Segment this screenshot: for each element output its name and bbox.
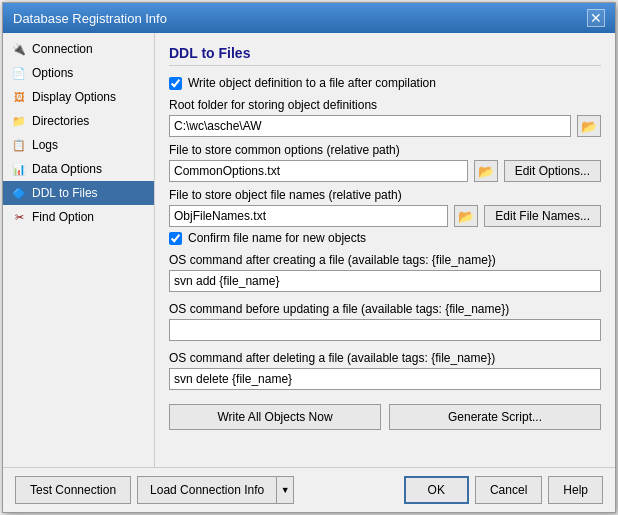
sidebar-item-connection[interactable]: 🔌 Connection <box>3 37 154 61</box>
root-folder-input[interactable] <box>169 115 571 137</box>
write-object-checkbox[interactable] <box>169 77 182 90</box>
edit-file-names-button[interactable]: Edit File Names... <box>484 205 601 227</box>
data-options-icon: 📊 <box>11 161 27 177</box>
ok-button[interactable]: OK <box>404 476 469 504</box>
os-cmd-after-create-label: OS command after creating a file (availa… <box>169 253 601 267</box>
database-registration-dialog: Database Registration Info ✕ 🔌 Connectio… <box>2 2 616 513</box>
confirm-label: Confirm file name for new objects <box>188 231 366 245</box>
help-button[interactable]: Help <box>548 476 603 504</box>
sidebar-item-ddl-to-files[interactable]: 🔷 DDL to Files <box>3 181 154 205</box>
sidebar-label-options: Options <box>32 66 73 80</box>
common-options-row: 📂 Edit Options... <box>169 160 601 182</box>
sidebar-label-ddl-to-files: DDL to Files <box>32 186 98 200</box>
write-object-label: Write object definition to a file after … <box>188 76 436 90</box>
confirm-row: Confirm file name for new objects <box>169 231 601 245</box>
sidebar-item-display-options[interactable]: 🖼 Display Options <box>3 85 154 109</box>
sidebar-label-logs: Logs <box>32 138 58 152</box>
close-button[interactable]: ✕ <box>587 9 605 27</box>
sidebar-label-display-options: Display Options <box>32 90 116 104</box>
panel-title: DDL to Files <box>169 45 601 66</box>
object-file-label: File to store object file names (relativ… <box>169 188 601 202</box>
sidebar-item-data-options[interactable]: 📊 Data Options <box>3 157 154 181</box>
test-connection-button[interactable]: Test Connection <box>15 476 131 504</box>
os-cmd-before-update-input[interactable] <box>169 319 601 341</box>
title-bar: Database Registration Info ✕ <box>3 3 615 33</box>
directories-icon: 📁 <box>11 113 27 129</box>
find-option-icon: ✂ <box>11 209 27 225</box>
logs-icon: 📋 <box>11 137 27 153</box>
dialog-title: Database Registration Info <box>13 11 167 26</box>
root-folder-row: 📂 <box>169 115 601 137</box>
load-connection-group: Load Connection Info ▼ <box>137 476 294 504</box>
write-object-row: Write object definition to a file after … <box>169 76 601 90</box>
sidebar-label-connection: Connection <box>32 42 93 56</box>
root-folder-label: Root folder for storing object definitio… <box>169 98 601 112</box>
sidebar-item-options[interactable]: 📄 Options <box>3 61 154 85</box>
generate-script-button[interactable]: Generate Script... <box>389 404 601 430</box>
connection-icon: 🔌 <box>11 41 27 57</box>
common-options-label: File to store common options (relative p… <box>169 143 601 157</box>
edit-options-button[interactable]: Edit Options... <box>504 160 601 182</box>
load-connection-dropdown-button[interactable]: ▼ <box>276 476 294 504</box>
ddl-icon: 🔷 <box>11 185 27 201</box>
sidebar-label-directories: Directories <box>32 114 89 128</box>
sidebar-item-find-option[interactable]: ✂ Find Option <box>3 205 154 229</box>
content-area: 🔌 Connection 📄 Options 🖼 Display Options… <box>3 33 615 467</box>
os-cmd-after-delete-input[interactable] <box>169 368 601 390</box>
os-cmd-before-update-label: OS command before updating a file (avail… <box>169 302 601 316</box>
sidebar-item-logs[interactable]: 📋 Logs <box>3 133 154 157</box>
sidebar-label-find-option: Find Option <box>32 210 94 224</box>
os-cmd-after-create-input[interactable] <box>169 270 601 292</box>
sidebar: 🔌 Connection 📄 Options 🖼 Display Options… <box>3 33 155 467</box>
object-file-browse-button[interactable]: 📂 <box>454 205 478 227</box>
os-cmd-after-delete-label: OS command after deleting a file (availa… <box>169 351 601 365</box>
display-options-icon: 🖼 <box>11 89 27 105</box>
sidebar-item-directories[interactable]: 📁 Directories <box>3 109 154 133</box>
object-file-row: 📂 Edit File Names... <box>169 205 601 227</box>
bottom-buttons-row: Write All Objects Now Generate Script... <box>169 404 601 430</box>
write-all-objects-button[interactable]: Write All Objects Now <box>169 404 381 430</box>
common-options-input[interactable] <box>169 160 468 182</box>
main-panel: DDL to Files Write object definition to … <box>155 33 615 467</box>
options-icon: 📄 <box>11 65 27 81</box>
confirm-checkbox[interactable] <box>169 232 182 245</box>
cancel-button[interactable]: Cancel <box>475 476 542 504</box>
sidebar-label-data-options: Data Options <box>32 162 102 176</box>
root-folder-browse-button[interactable]: 📂 <box>577 115 601 137</box>
object-file-input[interactable] <box>169 205 448 227</box>
footer: Test Connection Load Connection Info ▼ O… <box>3 467 615 512</box>
common-options-browse-button[interactable]: 📂 <box>474 160 498 182</box>
load-connection-button[interactable]: Load Connection Info <box>137 476 276 504</box>
